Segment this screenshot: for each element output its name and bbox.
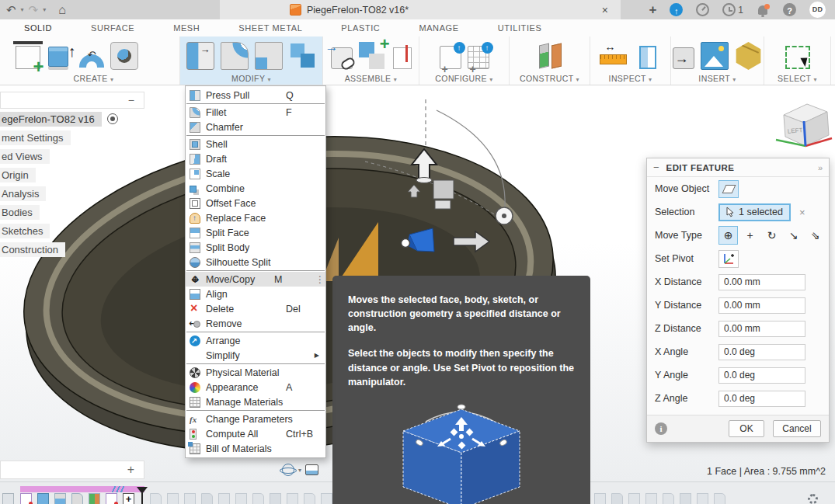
create-sketch-icon[interactable] (16, 46, 40, 69)
menu-item-arrange[interactable]: Arrange (186, 333, 325, 348)
browser-item-construction[interactable]: Construction (0, 241, 144, 258)
document-tab[interactable]: PiegeFrelon-TO82 v16* × (220, 0, 621, 19)
select-window-icon[interactable] (785, 46, 810, 69)
browser-item-ed-views[interactable]: ed Views (0, 148, 144, 165)
visibility-radio-icon[interactable] (107, 113, 118, 124)
fillet-icon[interactable] (221, 42, 249, 70)
menu-item-physical-material[interactable]: Physical Material (186, 365, 325, 380)
timeline-future-feature-icon[interactable] (714, 493, 725, 504)
group-label-select[interactable]: SELECT ▾ (778, 74, 817, 83)
group-label-create[interactable]: CREATE ▾ (74, 74, 114, 83)
timeline-feature-shell-icon[interactable] (54, 493, 66, 504)
tab-solid[interactable]: SOLID (5, 19, 71, 36)
configure-part-icon[interactable] (440, 46, 461, 69)
menu-item-simplify[interactable]: Simplify▶ (186, 348, 325, 363)
menu-item-scale[interactable]: Scale (186, 166, 325, 181)
menu-item-combine[interactable]: Combine (186, 181, 325, 196)
dialog-expand-icon[interactable]: » (818, 163, 823, 172)
help-icon[interactable] (783, 3, 796, 16)
group-label-construct[interactable]: CONSTRUCT ▾ (520, 74, 579, 83)
menu-item-change-parameters[interactable]: Change Parameters (186, 412, 325, 426)
measure-icon[interactable] (600, 42, 628, 70)
new-component-icon[interactable] (331, 47, 353, 69)
x-distance-input[interactable] (718, 274, 805, 290)
timeline-future-feature-icon[interactable] (252, 493, 264, 504)
browser-item-origin[interactable]: Origin (0, 166, 144, 183)
menu-item-appearance[interactable]: AppearanceA (186, 380, 325, 395)
timeline-future-feature-icon[interactable] (218, 493, 230, 504)
tab-mesh[interactable]: MESH (154, 19, 219, 36)
menu-item-press-pull[interactable]: Press PullQ (186, 88, 325, 103)
timeline-future-feature-icon[interactable] (645, 493, 657, 504)
menu-item-replace-face[interactable]: Replace Face (186, 210, 325, 225)
chamfer-icon[interactable] (255, 42, 283, 70)
set-pivot-button[interactable] (718, 250, 739, 268)
tab-utilities[interactable]: UTILITIES (478, 19, 562, 36)
combine-icon[interactable] (289, 42, 317, 70)
insert-derive-icon[interactable] (673, 47, 694, 69)
rectangular-pattern-icon[interactable] (144, 42, 172, 70)
selection-button[interactable]: 1 selected (718, 203, 791, 221)
redo-icon[interactable]: ↷ (29, 0, 39, 19)
timeline-future-feature-icon[interactable] (184, 493, 196, 504)
timeline-future-feature-icon[interactable] (235, 493, 247, 504)
ok-button[interactable]: OK (729, 420, 764, 437)
dialog-header[interactable]: − EDIT FEATURE » (647, 158, 829, 177)
usage-gauge-icon[interactable] (696, 3, 709, 16)
move-object-faces-button[interactable] (718, 180, 739, 198)
group-label-modify[interactable]: MODIFY ▾ (231, 74, 271, 83)
menu-item-bill-of-materials[interactable]: Bill of Materials (186, 441, 325, 456)
browser-item-bodies[interactable]: Bodies (0, 203, 144, 221)
joint-icon[interactable] (359, 42, 387, 70)
clear-selection-icon[interactable]: × (799, 207, 805, 218)
timeline-future-feature-icon[interactable] (167, 493, 179, 504)
timeline-future-feature-icon[interactable] (628, 493, 640, 504)
menu-item-split-body[interactable]: Split Body (186, 240, 325, 255)
section-analysis-icon[interactable] (639, 46, 656, 69)
menu-item-shell[interactable]: Shell (186, 137, 325, 151)
user-avatar[interactable]: DD (809, 2, 826, 18)
version-history-indicator[interactable]: 1 (722, 3, 743, 16)
menu-item-chamfer[interactable]: Chamfer (186, 120, 325, 134)
canvas-icon[interactable] (701, 42, 729, 70)
menu-item-draft[interactable]: Draft (186, 151, 325, 166)
timeline-feature-extrude-icon[interactable] (37, 493, 49, 504)
capture-position-icon[interactable] (393, 47, 412, 69)
undo-icon[interactable]: ↶ (6, 0, 16, 19)
z-angle-input[interactable] (718, 391, 805, 407)
insert-mesh-icon[interactable] (735, 42, 763, 70)
menu-item-fillet[interactable]: FilletF (186, 105, 325, 120)
timeline-future-feature-icon[interactable] (150, 493, 162, 504)
move-type-point-to-position-button[interactable]: ⇘ (805, 226, 825, 245)
x-angle-input[interactable] (718, 344, 805, 360)
group-label-inspect[interactable]: INSPECT ▾ (609, 74, 652, 83)
job-status-icon[interactable] (670, 3, 683, 16)
press-pull-icon[interactable] (186, 42, 214, 70)
move-type-point-to-point-button[interactable]: ↘ (784, 226, 803, 245)
timeline-future-feature-icon[interactable] (663, 493, 674, 504)
y-distance-input[interactable] (718, 297, 805, 314)
display-settings-icon[interactable] (305, 464, 318, 475)
dialog-collapse-icon[interactable]: − (653, 162, 659, 173)
timeline-future-feature-icon[interactable] (287, 493, 298, 504)
menu-item-remove[interactable]: Remove (186, 316, 325, 331)
timeline-feature-sketch-icon[interactable] (20, 493, 32, 504)
timeline-future-feature-icon[interactable] (321, 493, 332, 504)
close-tab-icon[interactable]: × (602, 4, 608, 16)
cancel-button[interactable]: Cancel (773, 420, 821, 437)
move-type-translate-button[interactable]: + (740, 226, 760, 245)
hole-icon[interactable] (110, 42, 138, 70)
view-cube[interactable]: LEFT (771, 92, 835, 157)
menu-item-align[interactable]: Align (186, 287, 325, 301)
browser-item-egefrelon-to82-v16[interactable]: egeFrelon-TO82 v16 (0, 110, 144, 127)
timeline-feature-sketch-icon[interactable] (106, 493, 117, 504)
timeline-group-bar[interactable] (20, 486, 144, 492)
revolve-icon[interactable] (79, 54, 104, 68)
z-distance-input[interactable] (718, 321, 805, 337)
timeline-future-feature-icon[interactable] (201, 493, 213, 504)
group-label-insert[interactable]: INSERT ▾ (698, 74, 736, 83)
timeline-playhead[interactable] (141, 493, 143, 504)
add-button[interactable]: + (127, 463, 134, 477)
y-angle-input[interactable] (718, 367, 805, 384)
browser-item-sketches[interactable]: Sketches (0, 222, 144, 239)
